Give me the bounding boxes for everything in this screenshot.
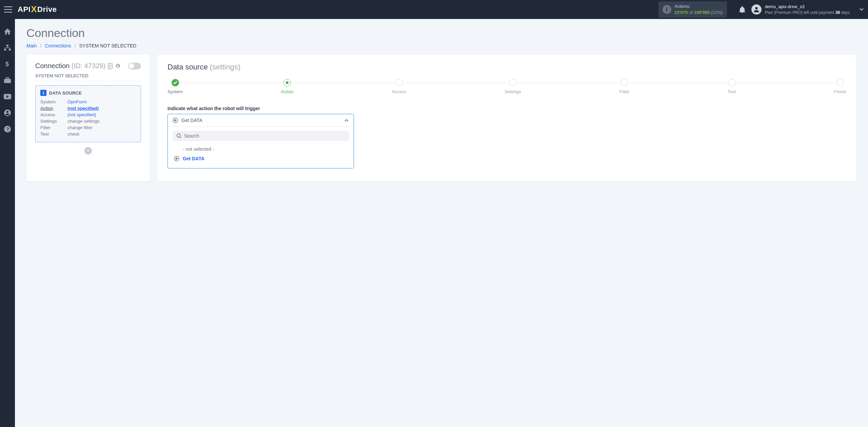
stepper: System Action Access Settings Filter Tes… [167, 79, 846, 94]
user-name: demo_apix-drive_s3 [765, 4, 850, 10]
svg-point-17 [177, 134, 180, 137]
row-action-val[interactable]: (not specified) [67, 106, 136, 111]
chevron-down-icon [859, 8, 864, 11]
action-selected: Get DATA [181, 118, 341, 123]
row-access-key: Access [40, 112, 67, 117]
document-icon[interactable] [107, 63, 113, 69]
svg-rect-5 [4, 79, 11, 83]
actions-count: 22'070 [675, 10, 688, 15]
step-settings[interactable]: Settings [505, 79, 521, 94]
svg-rect-3 [9, 49, 11, 50]
svg-point-9 [6, 111, 8, 113]
row-filter-key: Filter [40, 125, 67, 130]
option-not-selected[interactable]: - not selected - [173, 144, 349, 154]
actions-label: Actions: [675, 3, 723, 9]
actions-total: 100'000 [694, 10, 710, 15]
info-icon: i [663, 5, 671, 14]
step-filter[interactable]: Filter [619, 79, 629, 94]
svg-line-18 [180, 137, 181, 138]
datasource-box: 1 DATA SOURCE System OpnForm Action (not… [35, 85, 141, 142]
row-test-key: Test [40, 131, 67, 137]
breadcrumb: Main / Connections / SYSTEM NOT SELECTED [26, 43, 856, 48]
user-menu[interactable]: demo_apix-drive_s3 Plan |Premium PRO| le… [751, 4, 864, 15]
sidebar: $ ? [0, 19, 15, 427]
action-search[interactable] [173, 131, 349, 141]
notifications-icon[interactable] [739, 6, 745, 13]
action-select: Get DATA - not selected - Get DATA [167, 114, 354, 168]
action-search-input[interactable] [184, 133, 345, 139]
action-select-header[interactable]: Get DATA [168, 114, 354, 127]
row-system-key: System [40, 99, 67, 104]
play-icon [174, 156, 179, 161]
sidebar-youtube-icon[interactable] [0, 93, 15, 100]
step-action[interactable]: Action [281, 79, 294, 94]
logo-prefix: API [18, 5, 31, 14]
logo-suffix: Drive [37, 5, 57, 14]
gear-icon[interactable] [115, 63, 120, 69]
svg-text:$: $ [5, 61, 9, 67]
option-get-data[interactable]: Get DATA [173, 154, 349, 163]
user-plan: Plan |Premium PRO| left until payment 36… [765, 10, 850, 15]
svg-rect-1 [6, 45, 8, 46]
step-test[interactable]: Test [728, 79, 736, 94]
play-icon [173, 118, 178, 123]
row-filter-val[interactable]: change filter [67, 125, 136, 130]
row-settings-key: Settings [40, 119, 67, 124]
step-system[interactable]: System [167, 79, 183, 94]
settings-card: Data source (settings) System Action Acc… [157, 55, 856, 181]
sidebar-home-icon[interactable] [0, 28, 15, 35]
actions-pct: (22%) [710, 10, 723, 15]
row-test-val[interactable]: check [67, 131, 136, 137]
logo-x: X [31, 4, 37, 15]
add-step-button[interactable]: + [84, 147, 92, 155]
logo[interactable]: APIXDrive [18, 4, 57, 15]
action-prompt: Indicate what action the robot will trig… [167, 106, 846, 111]
search-icon [177, 134, 181, 138]
row-access-val[interactable]: (not specified) [67, 112, 136, 117]
settings-title: Data source (settings) [167, 63, 846, 72]
sidebar-dollar-icon[interactable]: $ [0, 60, 15, 68]
enable-toggle[interactable] [128, 63, 141, 69]
row-action-key[interactable]: Action [40, 106, 67, 111]
svg-rect-6 [6, 78, 9, 79]
connection-subtitle: SYSTEM NOT SELECTED [35, 73, 141, 81]
sidebar-briefcase-icon[interactable] [0, 77, 15, 84]
breadcrumb-main[interactable]: Main [26, 43, 37, 48]
sidebar-help-icon[interactable]: ? [0, 125, 15, 133]
datasource-label: DATA SOURCE [49, 90, 82, 96]
actions-of: of [688, 10, 694, 15]
breadcrumb-current: SYSTEM NOT SELECTED [79, 43, 137, 48]
step-finish[interactable]: Finish [834, 79, 846, 94]
svg-text:?: ? [6, 126, 9, 132]
breadcrumb-connections[interactable]: Connections [45, 43, 71, 48]
avatar-icon [751, 4, 762, 15]
row-settings-val[interactable]: change settings [67, 119, 136, 124]
connection-title: Connection (ID: 47329) [35, 62, 105, 70]
svg-rect-2 [4, 49, 6, 50]
sidebar-user-icon[interactable] [0, 109, 15, 117]
sidebar-network-icon[interactable] [0, 44, 15, 52]
actions-counter[interactable]: i Actions: 22'070 of 100'000 (22%) [658, 1, 727, 17]
page-title: Connection [26, 26, 856, 40]
hamburger-menu[interactable] [4, 6, 12, 13]
chevron-up-icon [344, 119, 349, 122]
connection-card: Connection (ID: 47329) SYSTEM NOT SELECT… [26, 55, 150, 181]
row-system-val[interactable]: OpnForm [67, 99, 136, 104]
step-access[interactable]: Access [392, 79, 407, 94]
svg-point-0 [755, 7, 757, 9]
step-badge: 1 [40, 90, 46, 96]
